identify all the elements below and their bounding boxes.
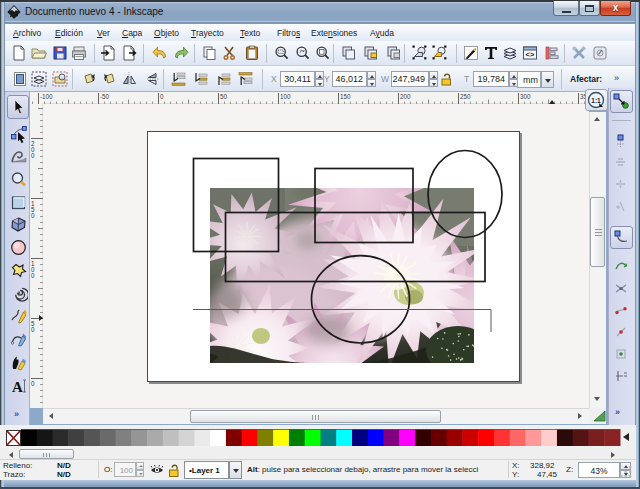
svg-text:1:1: 1:1 (591, 97, 601, 104)
